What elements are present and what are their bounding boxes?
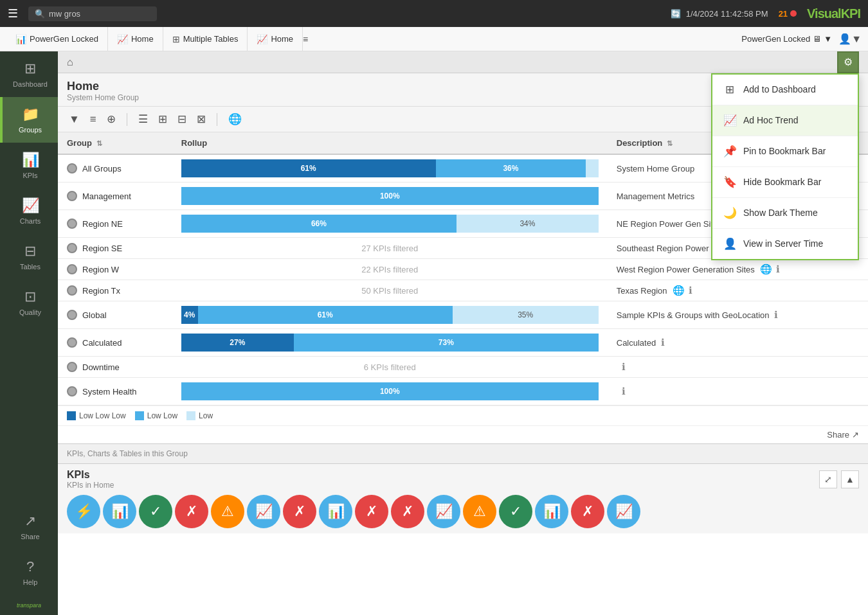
- gear-settings-button[interactable]: ⚙: [837, 51, 859, 73]
- sidebar-item-help[interactable]: ? Help: [0, 549, 58, 595]
- kpi-icon-item[interactable]: 📊: [103, 495, 136, 528]
- refresh-icon[interactable]: 🔄: [671, 9, 681, 19]
- kpis-header: KPIs KPIs in Home ⤢ ▲: [58, 464, 868, 491]
- group-name: Global: [82, 310, 107, 320]
- group-cell[interactable]: Region W: [58, 259, 172, 280]
- info-icon[interactable]: ℹ: [622, 361, 626, 373]
- top-bar: ☰ 🔍 🔄 1/4/2024 11:42:58 PM 21 VisualKPI: [0, 0, 868, 27]
- kpi-icon-item[interactable]: ✗: [391, 495, 424, 528]
- search-box[interactable]: 🔍: [28, 6, 157, 21]
- kpi-actions: ⤢ ▲: [819, 470, 859, 488]
- toolbar-adjust-btn[interactable]: ≡: [88, 111, 98, 128]
- kpi-expand-btn[interactable]: ⤢: [819, 470, 837, 488]
- breadcrumb-bar: ⌂ ⚙ ⊞ Add to Dashboard 📈 Ad Hoc Trend 📌: [58, 51, 868, 73]
- kpi-collapse-btn[interactable]: ▲: [841, 470, 859, 488]
- toolbar-separator-2: [217, 113, 217, 126]
- legend-label-1: Low Low Low: [79, 411, 126, 420]
- info-icon[interactable]: ℹ: [689, 285, 692, 296]
- info-icon[interactable]: ℹ: [774, 309, 778, 321]
- globe-icon[interactable]: 🌐: [673, 285, 685, 296]
- toolbar-geo-btn[interactable]: 🌐: [226, 111, 244, 128]
- table-row[interactable]: Calculated27%73%Calculatedℹ: [58, 329, 868, 357]
- kpi-icon-item[interactable]: ⚡: [67, 495, 100, 528]
- nav-item-multiple-tables[interactable]: ⊞ Multiple Tables: [163, 27, 248, 51]
- share-icon: ↗: [24, 513, 36, 530]
- col-header-group[interactable]: Group ⇅: [58, 132, 172, 154]
- table-row[interactable]: Region W22 KPIs filteredWest Region Powe…: [58, 259, 868, 280]
- filtered-text: 27 KPIs filtered: [181, 244, 599, 253]
- kpi-icon-item[interactable]: 📊: [535, 495, 568, 528]
- kpi-icon-item[interactable]: 📈: [427, 495, 460, 528]
- group-cell[interactable]: System Health: [58, 378, 172, 406]
- nav-item-home2[interactable]: 📈 Home: [248, 27, 303, 51]
- user-icon[interactable]: 👤▼: [838, 33, 862, 45]
- kpi-icon-item[interactable]: ✗: [175, 495, 208, 528]
- dropdown-dark-theme[interactable]: 🌙 Show Dark Theme: [712, 198, 858, 229]
- sidebar-item-groups[interactable]: 📁 Groups: [0, 97, 58, 143]
- sort-icon[interactable]: ≡: [303, 34, 308, 44]
- toolbar-filter-btn[interactable]: ▼: [67, 111, 82, 128]
- group-cell[interactable]: Downtime: [58, 357, 172, 378]
- kpi-icon-item[interactable]: ⚠: [463, 495, 496, 528]
- dropdown-add-dashboard[interactable]: ⊞ Add to Dashboard: [712, 75, 858, 105]
- groups-icon: 📁: [22, 106, 39, 123]
- transpara-logo: transpara: [14, 595, 44, 615]
- table-row[interactable]: Region Tx50 KPIs filteredTexas Region🌐ℹ: [58, 280, 868, 301]
- sidebar-item-dashboard[interactable]: ⊞ Dashboard: [0, 51, 58, 97]
- group-cell[interactable]: Region NE: [58, 210, 172, 238]
- dropdown-hide-bookmark[interactable]: 🔖 Hide Bookmark Bar: [712, 167, 858, 198]
- kpi-icon-item[interactable]: 📈: [607, 495, 640, 528]
- group-cell[interactable]: Global: [58, 301, 172, 329]
- info-icon[interactable]: ℹ: [622, 386, 626, 397]
- description-text: Management Metrics: [617, 192, 694, 201]
- sidebar-label-charts: Charts: [20, 217, 41, 225]
- table-row[interactable]: Global4%61%35%Sample KPIs & Groups with …: [58, 301, 868, 329]
- nav-item-home1[interactable]: 📈 Home: [108, 27, 163, 51]
- kpi-icon-item[interactable]: 📈: [247, 495, 280, 528]
- bar-segment: 36%: [436, 159, 586, 177]
- dropdown-ad-hoc-trend[interactable]: 📈 Ad Hoc Trend: [712, 105, 858, 136]
- alert-badge[interactable]: 21: [779, 9, 797, 19]
- globe-icon[interactable]: 🌐: [760, 263, 772, 275]
- group-cell[interactable]: Calculated: [58, 329, 172, 357]
- sidebar-item-quality[interactable]: ⊡ Quality: [0, 280, 58, 325]
- toolbar-list-btn[interactable]: ☰: [136, 111, 150, 128]
- kpi-icon-item[interactable]: ⚠: [211, 495, 244, 528]
- toolbar-tile-btn[interactable]: ⊠: [195, 111, 208, 128]
- group-cell[interactable]: All Groups: [58, 154, 172, 183]
- sidebar-item-kpis[interactable]: 📊 KPIs: [0, 143, 58, 188]
- toolbar-split-btn[interactable]: ⊟: [176, 111, 188, 128]
- nav-item-powergen[interactable]: 📊 PowerGen Locked: [6, 27, 108, 51]
- sidebar-item-share[interactable]: ↗ Share: [0, 504, 58, 549]
- description-cell: Texas Region🌐ℹ: [608, 280, 868, 301]
- kpi-icon-item[interactable]: 📊: [319, 495, 352, 528]
- user-dropdown[interactable]: PowerGen Locked 🖥 ▼: [741, 34, 832, 44]
- dropdown-server-time[interactable]: 👤 View in Server Time: [712, 229, 858, 259]
- kpi-icon-item[interactable]: ✗: [283, 495, 316, 528]
- table-row[interactable]: Downtime6 KPIs filteredℹ: [58, 357, 868, 378]
- info-icon[interactable]: ℹ: [661, 337, 665, 348]
- kpi-icon-item[interactable]: ✗: [571, 495, 604, 528]
- dropdown-label-ad-hoc: Ad Hoc Trend: [743, 115, 799, 125]
- hamburger-menu[interactable]: ☰: [8, 6, 18, 21]
- kpi-icon-item[interactable]: ✓: [139, 495, 172, 528]
- sidebar-item-charts[interactable]: 📈 Charts: [0, 188, 58, 234]
- toolbar-grid-btn[interactable]: ⊞: [156, 111, 169, 128]
- group-cell[interactable]: Region SE: [58, 238, 172, 259]
- help-icon: ?: [26, 558, 34, 575]
- kpi-icon-item[interactable]: ✓: [499, 495, 532, 528]
- group-cell[interactable]: Management: [58, 183, 172, 210]
- sidebar-item-tables[interactable]: ⊟ Tables: [0, 234, 58, 280]
- col-header-rollup: Rollup: [172, 132, 608, 154]
- legend-label-2: Low Low: [147, 411, 177, 420]
- dropdown-pin-bookmark[interactable]: 📌 Pin to Bookmark Bar: [712, 136, 858, 167]
- info-icon[interactable]: ℹ: [776, 263, 780, 275]
- home-breadcrumb-icon[interactable]: ⌂: [67, 57, 73, 68]
- kpi-icon-item[interactable]: ✗: [355, 495, 388, 528]
- legend-swatch-1: [67, 411, 76, 420]
- share-button[interactable]: Share ↗: [827, 430, 859, 440]
- search-input[interactable]: [49, 9, 139, 19]
- table-row[interactable]: System Health100%ℹ: [58, 378, 868, 406]
- toolbar-add-btn[interactable]: ⊕: [105, 111, 118, 128]
- group-cell[interactable]: Region Tx: [58, 280, 172, 301]
